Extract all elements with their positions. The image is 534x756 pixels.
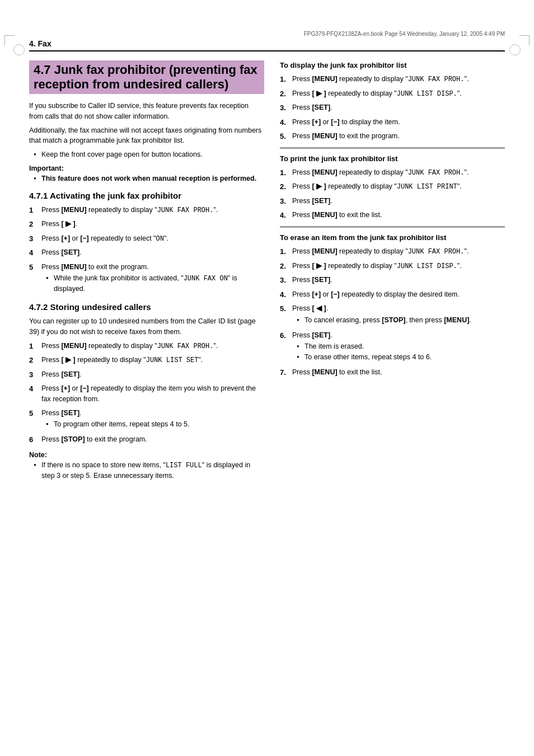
- right-display-title: To display the junk fax prohibitor list: [280, 60, 505, 71]
- r-step-p-2-content: Press [ ▶ ] repeatedly to display "JUNK …: [292, 181, 505, 192]
- r-step-p-4-num: 4.: [280, 210, 289, 221]
- right-print-title: To print the junk fax prohibitor list: [280, 154, 505, 164]
- step-1-4-num: 4: [29, 247, 38, 259]
- step-1-2: 2 Press [ ▶ ].: [29, 219, 264, 230]
- r-step-p-3: 3. Press [SET].: [280, 196, 505, 207]
- step-2-5-num: 5: [29, 408, 38, 431]
- subsection-2-intro: You can register up to 10 undesired numb…: [29, 316, 264, 337]
- step-1-2-num: 2: [29, 219, 38, 230]
- r-step-p-3-content: Press [SET].: [292, 196, 505, 207]
- r-step-e-5-subbullets: To cancel erasing, press [STOP], then pr…: [297, 315, 505, 326]
- section-title-banner: 4.7 Junk fax prohibitor (preventing fax …: [29, 60, 264, 94]
- page-wrapper: FPG379-PFQX2138ZA-en.book Page 54 Wednes…: [0, 31, 534, 756]
- step-2-4: 4 Press [+] or [−] repeatedly to display…: [29, 383, 264, 405]
- step-2-2: 2 Press [ ▶ ] repeatedly to display "JUN…: [29, 355, 264, 366]
- r-step-e-3: 3. Press [SET].: [280, 275, 505, 286]
- r-step-p-3-num: 3.: [280, 196, 289, 207]
- r-step-e-4-num: 4.: [280, 289, 289, 300]
- section-title-text: 4.7 Junk fax prohibitor (preventing fax …: [34, 63, 257, 91]
- step-2-5: 5 Press [SET]. To program other items, r…: [29, 408, 264, 431]
- r-step-e-1-content: Press [MENU] repeatedly to display "JUNK…: [292, 246, 505, 257]
- step-2-3-num: 3: [29, 369, 38, 381]
- r-step-e-1-num: 1.: [280, 246, 289, 257]
- step-1-3-num: 3: [29, 233, 38, 245]
- r-step-d-4-content: Press [+] or [−] to display the item.: [292, 117, 505, 128]
- r-step-e-7: 7. Press [MENU] to exit the list.: [280, 367, 505, 378]
- right-erase-steps: 1. Press [MENU] repeatedly to display "J…: [280, 246, 505, 378]
- step-1-1-num: 1: [29, 205, 38, 216]
- important-bullets-list: This feature does not work when manual r…: [34, 173, 264, 184]
- circle-mark-tl: [13, 44, 25, 55]
- right-erase-title: To erase an item from the junk fax prohi…: [280, 233, 505, 243]
- r-step-p-2-num: 2.: [280, 181, 289, 192]
- r-step-e-3-content: Press [SET].: [292, 275, 505, 286]
- r-step-e-6-num: 6.: [280, 330, 289, 364]
- important-label: Important:: [29, 165, 264, 172]
- r-step-e-2-num: 2.: [280, 261, 289, 272]
- r-step-p-4-content: Press [MENU] to exit the list.: [292, 210, 505, 221]
- step-1-3-content: Press [+] or [−] repeatedly to select "O…: [41, 233, 264, 245]
- r-step-p-1-num: 1.: [280, 167, 289, 179]
- step-2-6-num: 6: [29, 434, 38, 445]
- r-step-e-6-sub-1: The item is erased.: [297, 341, 505, 352]
- intro-para-1: If you subscribe to Caller ID service, t…: [29, 101, 264, 122]
- corner-mark-tr: [519, 35, 530, 45]
- step-1-1-content: Press [MENU] repeatedly to display "JUNK…: [41, 205, 264, 216]
- step-1-5-content: Press [MENU] to exit the program. While …: [41, 262, 264, 296]
- page-header: 4. Fax: [29, 39, 505, 51]
- step-1-2-content: Press [ ▶ ].: [41, 219, 264, 230]
- r-step-p-2: 2. Press [ ▶ ] repeatedly to display "JU…: [280, 181, 505, 192]
- r-step-e-4: 4. Press [+] or [−] repeatedly to displa…: [280, 289, 505, 300]
- intro-para-2: Additionally, the fax machine will not a…: [29, 125, 264, 147]
- subsection-1-steps: 1 Press [MENU] repeatedly to display "JU…: [29, 205, 264, 296]
- r-step-e-5-sub-1: To cancel erasing, press [STOP], then pr…: [297, 315, 505, 326]
- intro-bullets: Keep the front cover page open for butto…: [34, 149, 264, 160]
- step-2-4-num: 4: [29, 383, 38, 405]
- r-step-e-3-num: 3.: [280, 275, 289, 286]
- right-display-steps: 1. Press [MENU] repeatedly to display "J…: [280, 74, 505, 142]
- r-step-d-4-num: 4.: [280, 117, 289, 128]
- r-step-d-2-num: 2.: [280, 88, 289, 100]
- r-step-d-1-content: Press [MENU] repeatedly to display "JUNK…: [292, 74, 505, 85]
- r-step-d-1-num: 1.: [280, 74, 289, 85]
- important-bullet-1: This feature does not work when manual r…: [34, 173, 264, 184]
- two-col-layout: 4.7 Junk fax prohibitor (preventing fax …: [29, 60, 505, 484]
- r-step-p-1-content: Press [MENU] repeatedly to display "JUNK…: [292, 167, 505, 179]
- subsection-2-heading: 4.7.2 Storing undesired callers: [29, 302, 264, 312]
- step-2-5-sub-1: To program other items, repeat steps 4 t…: [46, 419, 264, 430]
- step-1-5-sub-1: While the junk fax prohibitor is activat…: [46, 273, 264, 294]
- step-1-1: 1 Press [MENU] repeatedly to display "JU…: [29, 205, 264, 216]
- r-step-p-1: 1. Press [MENU] repeatedly to display "J…: [280, 167, 505, 179]
- step-1-5-subbullets: While the junk fax prohibitor is activat…: [46, 273, 264, 294]
- note-bullets-list: If there is no space to store new items,…: [34, 460, 264, 481]
- r-step-e-6-sub-2: To erase other items, repeat steps 4 to …: [297, 352, 505, 363]
- note-label: Note:: [29, 451, 264, 459]
- r-step-d-4: 4. Press [+] or [−] to display the item.: [280, 117, 505, 128]
- circle-mark-tr: [509, 44, 521, 55]
- step-1-3: 3 Press [+] or [−] repeatedly to select …: [29, 233, 264, 245]
- step-1-4-content: Press [SET].: [41, 247, 264, 259]
- subsection-1-heading: 4.7.1 Activating the junk fax prohibitor: [29, 191, 264, 200]
- r-step-e-6: 6. Press [SET]. The item is erased. To e…: [280, 330, 505, 364]
- note-bullet-1: If there is no space to store new items,…: [34, 460, 264, 481]
- r-step-e-5-num: 5.: [280, 303, 289, 327]
- r-step-d-5: 5. Press [MENU] to exit the program.: [280, 131, 505, 142]
- r-step-e-6-content: Press [SET]. The item is erased. To eras…: [292, 330, 505, 364]
- step-2-6: 6 Press [STOP] to exit the program.: [29, 434, 264, 445]
- corner-mark-tl: [4, 35, 15, 45]
- r-step-d-3: 3. Press [SET].: [280, 102, 505, 114]
- r-step-d-3-content: Press [SET].: [292, 102, 505, 114]
- step-2-6-content: Press [STOP] to exit the program.: [41, 434, 264, 445]
- step-2-5-content: Press [SET]. To program other items, rep…: [41, 408, 264, 431]
- right-column: To display the junk fax prohibitor list …: [280, 60, 505, 484]
- r-step-e-7-content: Press [MENU] to exit the list.: [292, 367, 505, 378]
- r-step-d-2-content: Press [ ▶ ] repeatedly to display "JUNK …: [292, 88, 505, 100]
- intro-bullet-1: Keep the front cover page open for butto…: [34, 149, 264, 160]
- r-step-d-5-num: 5.: [280, 131, 289, 142]
- r-step-p-4: 4. Press [MENU] to exit the list.: [280, 210, 505, 221]
- subsection-2-steps: 1 Press [MENU] repeatedly to display "JU…: [29, 341, 264, 445]
- r-step-d-5-content: Press [MENU] to exit the program.: [292, 131, 505, 142]
- divider-2: [280, 227, 505, 227]
- r-step-e-6-subbullets: The item is erased. To erase other items…: [297, 341, 505, 363]
- step-1-5-num: 5: [29, 262, 38, 296]
